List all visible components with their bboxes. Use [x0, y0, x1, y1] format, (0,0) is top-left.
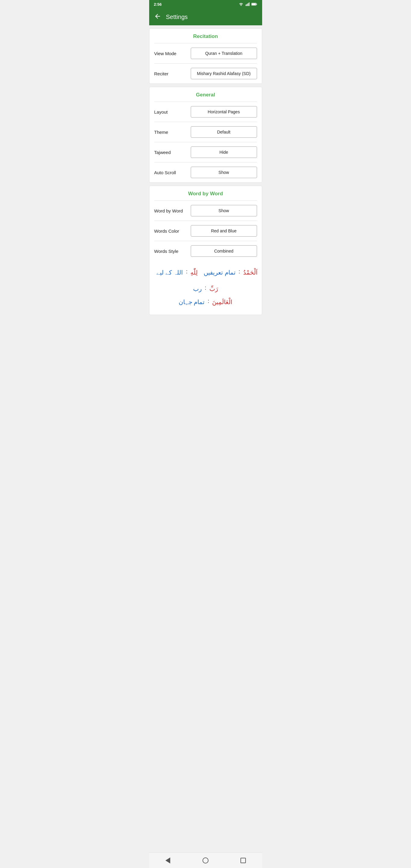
signal-icon	[245, 2, 250, 6]
word-rabb-tr: رب	[193, 282, 202, 296]
back-arrow-icon	[154, 13, 161, 20]
nav-home-button[interactable]	[187, 852, 224, 868]
words-style-row: Words Style Combined	[150, 241, 262, 261]
tajweed-row: Tajweed Hide	[150, 142, 262, 162]
sep3: :	[186, 266, 187, 279]
words-style-button[interactable]: Combined	[191, 245, 257, 257]
arabic-preview: اَلْحَمْدُ : تمام تعریفیں لِلّٰهِ : اللہ…	[150, 261, 262, 315]
page-title: Settings	[166, 13, 188, 21]
recitation-section: Recitation View Mode Quran + Translation…	[149, 28, 262, 84]
word-allah-ke-liye: اللہ کے لیے	[156, 266, 183, 279]
view-mode-row: View Mode Quran + Translation	[150, 43, 262, 63]
svg-rect-0	[246, 4, 246, 6]
battery-icon	[251, 2, 257, 6]
settings-content: Recitation View Mode Quran + Translation…	[149, 28, 262, 315]
reciter-label: Reciter	[154, 71, 191, 76]
tajweed-button[interactable]: Hide	[191, 147, 257, 158]
layout-label: Layout	[154, 110, 191, 115]
word-alhamd: اَلْحَمْدُ	[243, 266, 258, 279]
layout-row: Layout Horizontal Pages	[150, 102, 262, 122]
sep1: :	[239, 266, 240, 279]
back-button[interactable]	[154, 13, 161, 21]
wifi-icon	[239, 2, 244, 6]
sep6: :	[208, 296, 209, 309]
word-by-word-section-title: Word by Word	[150, 186, 262, 200]
word-lillah: لِلّٰهِ	[190, 266, 198, 279]
view-mode-button[interactable]: Quran + Translation	[191, 48, 257, 59]
recitation-section-title: Recitation	[150, 29, 262, 43]
sep5: :	[205, 282, 207, 296]
status-time: 2:56	[154, 2, 162, 7]
status-bar: 2:56	[149, 0, 262, 8]
nav-home-icon	[202, 858, 209, 864]
svg-rect-2	[248, 3, 248, 6]
theme-button[interactable]: Default	[191, 126, 257, 138]
word-by-word-row: Word by Word Show	[150, 201, 262, 221]
bottom-nav	[149, 852, 262, 868]
preview-line2: الْعَالَمِينَ : تمام جہان	[153, 296, 259, 309]
nav-back-button[interactable]	[149, 852, 187, 868]
svg-rect-3	[249, 2, 249, 6]
words-color-button[interactable]: Red and Blue	[191, 225, 257, 237]
word-rabb: رَبِّ	[210, 282, 218, 296]
layout-button[interactable]: Horizontal Pages	[191, 106, 257, 118]
auto-scroll-button[interactable]: Show	[191, 167, 257, 178]
view-mode-label: View Mode	[154, 51, 191, 56]
words-color-label: Words Color	[154, 228, 191, 234]
reciter-row: Reciter Mishary Rashid Alafasy (SD)	[150, 64, 262, 84]
svg-rect-1	[247, 4, 247, 6]
theme-row: Theme Default	[150, 122, 262, 142]
svg-rect-5	[256, 4, 257, 5]
word-by-word-label: Word by Word	[154, 208, 191, 213]
tajweed-label: Tajweed	[154, 150, 191, 155]
word-tamam-jahan: تمام جہان	[179, 296, 205, 309]
nav-recents-button[interactable]	[224, 852, 262, 868]
auto-scroll-row: Auto Scroll Show	[150, 162, 262, 182]
nav-back-icon	[165, 858, 170, 864]
general-section-title: General	[150, 87, 262, 101]
app-bar: Settings	[149, 8, 262, 25]
auto-scroll-label: Auto Scroll	[154, 170, 191, 175]
general-section: General Layout Horizontal Pages Theme De…	[149, 87, 262, 183]
word-by-word-section: Word by Word Word by Word Show Words Col…	[149, 186, 262, 315]
words-style-label: Words Style	[154, 249, 191, 254]
word-tamam-taarif: تمام تعریفیں	[204, 266, 235, 279]
svg-rect-6	[252, 3, 255, 5]
theme-label: Theme	[154, 130, 191, 135]
preview-line1: اَلْحَمْدُ : تمام تعریفیں لِلّٰهِ : اللہ…	[153, 266, 259, 296]
reciter-button[interactable]: Mishary Rashid Alafasy (SD)	[191, 68, 257, 79]
word-by-word-button[interactable]: Show	[191, 205, 257, 216]
words-color-row: Words Color Red and Blue	[150, 221, 262, 241]
status-icons	[239, 2, 257, 6]
word-alaalameen: الْعَالَمِينَ	[212, 296, 232, 309]
nav-recents-icon	[241, 858, 246, 863]
